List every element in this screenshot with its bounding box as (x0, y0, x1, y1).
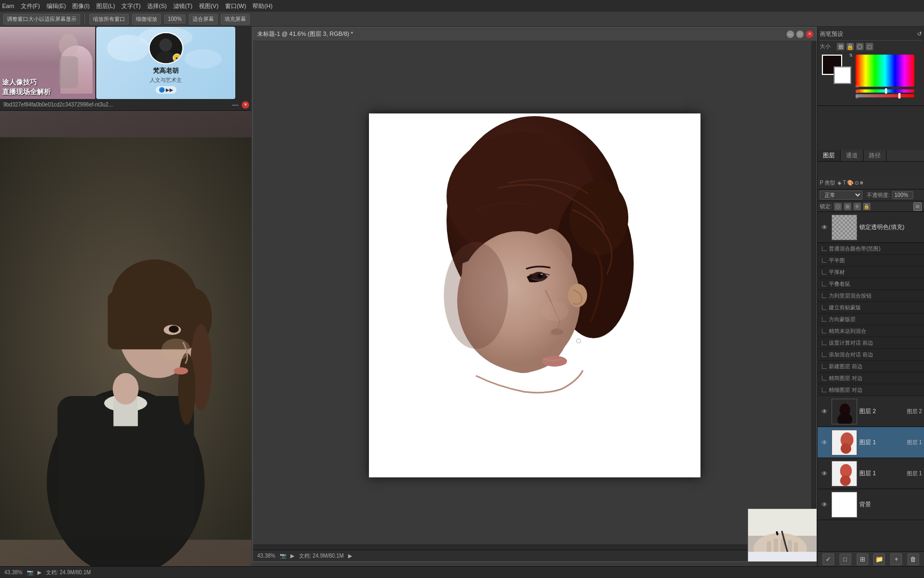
layer-eye-1b[interactable]: 👁 (820, 469, 829, 478)
lock-position-icon[interactable]: ✛ (853, 203, 861, 210)
fill-screen-btn[interactable]: 填充屏幕 (221, 14, 250, 25)
filter-icon-2[interactable]: T (843, 180, 846, 186)
layer-item-1b[interactable]: 👁 图层 1 图层 1 (818, 458, 924, 489)
svg-point-0 (59, 34, 78, 57)
sub-item-6[interactable]: 建立剪贴蒙版 (818, 302, 924, 314)
zoom-window-btn[interactable]: 调整窗口大小以适应屏幕显示 (3, 14, 80, 25)
lock-transparent-icon[interactable]: ⬡ (834, 203, 842, 210)
svg-point-15 (113, 373, 138, 405)
menu-help[interactable]: 帮助(H) (252, 2, 272, 10)
zoom-100-btn[interactable]: 100% (164, 14, 186, 24)
layer-style-btn[interactable]: □ (840, 553, 851, 565)
sub-window-close[interactable]: ✕ (242, 101, 249, 109)
layer-delete-btn[interactable]: 🗑 (907, 553, 919, 565)
ps-doc-info-icon: ▶ (348, 553, 352, 559)
layer-thumb-2 (831, 399, 857, 424)
sub-item-10[interactable]: 添加混合对话 前边 (818, 349, 924, 361)
menu-text[interactable]: 文字(T) (121, 2, 141, 10)
sub-item-12[interactable]: 精简图层 对边 (818, 372, 924, 384)
sub-item-3[interactable]: 平厚材 (818, 267, 924, 278)
layer-thumb-1b-svg (832, 461, 857, 486)
menu-layer[interactable]: 图层(L) (96, 2, 115, 10)
layer-eye-top[interactable]: 👁 (820, 223, 829, 232)
layer-item-2[interactable]: 👁 图层 2 图层 2 (818, 396, 924, 427)
stream-thumbnail[interactable]: 途人像技巧 直播现场全解析 (0, 27, 95, 99)
sub-item-1[interactable]: 普通混合颜色带(范围) (818, 243, 924, 255)
sub-item-13[interactable]: 精细图层 对边 (818, 384, 924, 396)
layer-thumb-1b (831, 461, 857, 486)
sub-item-8[interactable]: 精简末达到混合 (818, 325, 924, 337)
lock-all-icon[interactable]: 🔒 (863, 203, 871, 210)
fill-icon[interactable]: ▤ (913, 202, 922, 211)
background-swatch[interactable] (834, 66, 851, 84)
layer-item-1-selected[interactable]: 👁 图层 1 图层 1 (818, 427, 924, 458)
sub-item-2[interactable]: 平半图 (818, 255, 924, 267)
layer-item-top[interactable]: 👁 锁定透明色(填充) (818, 212, 924, 243)
sub-item-4[interactable]: 平叠着鼠 (818, 278, 924, 290)
menu-image[interactable]: 图像(I) (72, 2, 89, 10)
profile-avatar[interactable]: ● (149, 32, 183, 64)
sub-item-7[interactable]: 方向蒙版层 (818, 314, 924, 325)
menu-file[interactable]: 文件(F) (21, 2, 40, 10)
stream-text-1: 途人像技巧 (2, 78, 93, 87)
ps-minimize-btn[interactable]: — (787, 31, 794, 38)
layer-item-bg[interactable]: 👁 背景 (818, 489, 924, 520)
color-picker-svg[interactable]: H S B (856, 55, 914, 100)
tab-layers[interactable]: 图层 (818, 150, 841, 161)
reference-photo (0, 111, 251, 566)
svg-point-40 (576, 339, 581, 343)
sub-item-11[interactable]: 新建图层 前边 (818, 361, 924, 372)
brush-refresh-icon[interactable]: ↺ (917, 31, 922, 37)
svg-rect-58 (832, 492, 857, 518)
svg-point-23 (169, 325, 179, 332)
sub-item-9[interactable]: 设置计算对话 前边 (818, 337, 924, 349)
layer-eye-1[interactable]: 👁 (820, 438, 829, 447)
svg-text:H: H (856, 84, 859, 89)
profile-follow-btn[interactable]: 🔵 ▶▶ (156, 86, 176, 94)
brush-icon-4[interactable]: □ (866, 43, 873, 50)
menu-window[interactable]: 窗口(W) (225, 2, 247, 10)
layer-group-btn[interactable]: 📁 (873, 553, 885, 565)
brush-icon-2[interactable]: 🔒 (846, 43, 854, 50)
canvas-scrollbar-horizontal[interactable] (253, 544, 811, 550)
ps-canvas-area[interactable] (253, 41, 817, 550)
app-zoom: 43.38% (4, 569, 22, 575)
ps-close-btn[interactable]: ✕ (806, 31, 813, 38)
sub-window-title-text: 9bd327ef84fa0b0e01cd2c34372998ef-nt3u2..… (3, 102, 113, 108)
layer-eye-2[interactable]: 👁 (820, 407, 829, 416)
ps-maximize-btn[interactable]: □ (796, 31, 804, 38)
brush-icon-3[interactable]: ⬡ (856, 43, 864, 50)
sub-window-minimize[interactable]: — (232, 101, 238, 109)
swap-icon[interactable]: ⇅ (849, 53, 853, 58)
svg-text:S: S (856, 89, 858, 94)
tab-channels[interactable]: 通道 (841, 150, 864, 161)
profile-card: ● 梵高老胡 人文与艺术主 🔵 ▶▶ (96, 27, 235, 99)
opacity-input[interactable] (892, 191, 913, 199)
filter-icon-5[interactable]: ≡ (860, 180, 863, 186)
svg-point-21 (178, 353, 195, 424)
zoom-all-btn[interactable]: 缩放所有窗口 (89, 14, 129, 25)
brush-icon-1[interactable]: ⊞ (837, 43, 844, 50)
layer-thumb-1-svg (832, 430, 857, 455)
canvas-scrollbar-vertical[interactable] (811, 41, 817, 550)
filter-icon-4[interactable]: ⊙ (854, 180, 859, 186)
brush-panel-title: 画笔预设 ↺ (820, 29, 922, 41)
blend-mode-select[interactable]: 正常 (820, 191, 863, 200)
layer-link-btn[interactable]: ✓ (822, 553, 834, 565)
tab-paths[interactable]: 路径 (864, 150, 887, 161)
menu-filter[interactable]: 滤镜(T) (173, 2, 192, 10)
layer-eye-bg[interactable]: 👁 (820, 500, 829, 509)
menu-select[interactable]: 选择(S) (147, 2, 167, 10)
lock-pixels-icon[interactable]: ⊞ (844, 203, 851, 210)
fine-zoom-btn[interactable]: 细微缩放 (132, 14, 161, 25)
menu-view[interactable]: 视图(V) (199, 2, 219, 10)
ps-zoom-display[interactable]: 43.38% (257, 553, 275, 559)
svg-point-37 (551, 329, 564, 335)
filter-icon-3[interactable]: 🎨 (847, 180, 853, 186)
filter-icon-1[interactable]: ◈ (837, 180, 842, 186)
sub-item-5[interactable]: 力到里层混合按钮 (818, 290, 924, 302)
menu-edit[interactable]: 编辑(E) (47, 2, 66, 10)
layer-new-btn[interactable]: + (890, 553, 902, 565)
fit-screen-btn[interactable]: 适合屏幕 (189, 14, 218, 25)
layer-mask-btn[interactable]: ⊞ (857, 553, 868, 565)
